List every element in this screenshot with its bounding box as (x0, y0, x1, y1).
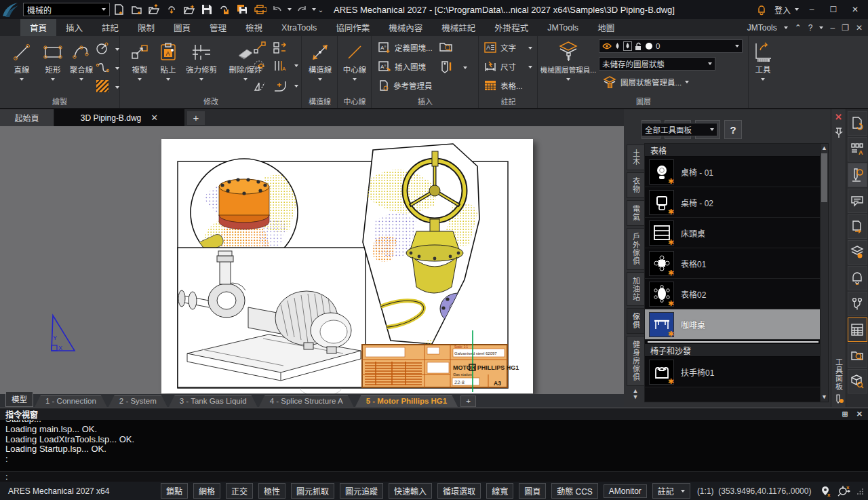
layer-combo[interactable]: 0 (599, 39, 743, 53)
save-button[interactable] (198, 1, 216, 18)
new-file-button[interactable] (110, 1, 127, 18)
print-button[interactable] (251, 1, 269, 18)
insert-block-button[interactable]: A° 插入圖塊 (378, 59, 426, 74)
line-tool-button[interactable]: 直線 (7, 39, 37, 82)
scrollbar-thumb[interactable] (821, 153, 827, 202)
tab-active-document[interactable]: 3D Piping-B.dwg ✕ (54, 109, 184, 126)
ribbon-tab-xtratools[interactable]: XtraTools (272, 19, 326, 36)
define-block-button[interactable]: A° 定義圖塊... (378, 40, 433, 55)
sign-in-button[interactable]: 登入 (774, 4, 791, 16)
toggle-lineweight[interactable]: 線寬 (486, 483, 513, 499)
palette-pin-icon[interactable] (834, 126, 844, 138)
category-tab-civil[interactable]: 土木 (627, 145, 644, 170)
comments-panel-button[interactable] (848, 189, 867, 213)
toggle-grid[interactable]: 網格 (193, 483, 220, 499)
ribbon-tab-mech-content[interactable]: 機械內容 (379, 19, 432, 36)
toggle-snap[interactable]: 鎖點 (161, 483, 188, 499)
text-button[interactable]: A 文字 (484, 40, 516, 55)
palette-item-bedside-table[interactable]: ✱ 床頭桌 (645, 218, 821, 248)
attribute-tag-button[interactable] (437, 58, 455, 75)
structure-panel-button[interactable] (848, 292, 867, 316)
block-search-button[interactable] (848, 369, 867, 393)
command-window-dock-icon[interactable]: ⊞ (842, 410, 848, 419)
ribbon-tab-view[interactable]: 檢視 (236, 19, 272, 36)
ribbon-tab-home[interactable]: 首頁 (20, 19, 56, 36)
command-history[interactable]: Startup... Loading main.lsp... OK. Loadi… (0, 420, 868, 464)
palette-item-coffee-table-selected[interactable]: ✱ 咖啡桌 (645, 309, 821, 340)
document-close-icon[interactable]: ✕ (151, 113, 158, 123)
toggle-esnap[interactable]: 圖元抓取 (291, 483, 334, 499)
ribbon-tab-map[interactable]: 地圖 (588, 19, 624, 36)
ribbon-tab-mech-annotate[interactable]: 機械註記 (432, 19, 485, 36)
new-document-tab-button[interactable]: + (187, 111, 205, 125)
collapse-ribbon-button[interactable]: ⌃ (795, 23, 802, 33)
text-caret[interactable] (521, 40, 539, 56)
tools-button[interactable]: 工具 (749, 39, 776, 82)
toggle-cycling[interactable]: 循環選取 (437, 483, 481, 499)
tool-palette-panel-button[interactable] (848, 318, 867, 342)
command-input[interactable]: : (0, 471, 868, 482)
stretch-button[interactable] (251, 39, 269, 56)
jmtools-menu[interactable]: JMTools (747, 23, 777, 33)
toggle-sheet[interactable]: 圖頁 (519, 483, 546, 499)
save-as-button[interactable] (233, 1, 251, 18)
construction-line-button[interactable]: 構造線 (305, 39, 335, 82)
palette-item-table-02[interactable]: ✱ 表格02 (645, 279, 821, 309)
tab-sheet-4[interactable]: 4 - Splice Structure A (259, 395, 354, 407)
tab-model[interactable]: 模型 (5, 391, 33, 407)
redo-button[interactable] (293, 1, 311, 18)
category-scroll-arrows[interactable]: ▲▼ (627, 388, 644, 400)
toggle-etrack[interactable]: 圖元追蹤 (340, 483, 383, 499)
sign-in-caret[interactable] (795, 8, 799, 11)
ribbon-tab-collaborate[interactable]: 協同作業 (326, 19, 379, 36)
rectangle-tool-button[interactable]: 矩形 (38, 39, 68, 82)
open-sheet-set-button[interactable] (180, 1, 198, 18)
new-layout-button[interactable]: + (460, 396, 476, 407)
resize-grip[interactable] (857, 488, 864, 495)
content-browser-button[interactable] (848, 343, 867, 368)
power-trim-button[interactable]: 強力修剪 (180, 39, 222, 82)
maximize-button[interactable]: ☐ (825, 2, 842, 17)
category-tab-clothing[interactable]: 衣物 (627, 172, 644, 198)
sheet-references-button[interactable] (848, 214, 867, 239)
palette-item-armchair-01[interactable]: ✱ 扶手椅01 (645, 357, 821, 387)
layers-panel-button[interactable] (848, 240, 867, 265)
toggle-dynamic-ccs[interactable]: 動態 CCS (551, 483, 598, 499)
ribbon-tab-insert[interactable]: 插入 (56, 19, 92, 36)
layer-state-combo[interactable]: 未儲存的圖層狀態 (599, 57, 715, 71)
doc-close-button[interactable]: ✕ (856, 23, 863, 33)
palette-selector[interactable]: 全部工具面板 (642, 123, 717, 136)
dimension-caret[interactable] (521, 59, 539, 75)
close-button[interactable]: ✕ (846, 2, 864, 17)
minimize-button[interactable]: – (803, 2, 821, 17)
properties-panel-button[interactable] (848, 163, 867, 187)
palette-item-table-chair-02[interactable]: ✱ 桌椅 - 02 (645, 187, 821, 218)
scroll-down-icon[interactable]: ▼ (821, 393, 828, 402)
ribbon-tab-annotate[interactable]: 註記 (92, 19, 128, 36)
category-tab-outdoor-furniture[interactable]: 戶外傢俱 (627, 228, 644, 270)
palette-item-table-chair-01[interactable]: ✱ 桌椅 - 01 (645, 157, 821, 187)
doc-restore-button[interactable]: ❐ (842, 23, 849, 33)
cloud-save-button[interactable] (216, 1, 233, 18)
pattern-button[interactable] (271, 39, 289, 56)
paste-button[interactable]: A 貼上 (153, 39, 183, 82)
ribbon-tab-sheet[interactable]: 圖頁 (164, 19, 200, 36)
ribbon-tab-jmtools[interactable]: JMTools (538, 19, 588, 36)
attributes-panel-button[interactable]: A (848, 137, 867, 161)
dimension-button[interactable]: 尺寸 (484, 59, 516, 74)
toggle-polar[interactable]: 極性 (258, 483, 285, 499)
palette-scrollbar[interactable]: ▲ ▼ (820, 143, 829, 402)
drawing-canvas[interactable]: Scale: 1:1 Galvanised steel 62097 MOTOR … (0, 126, 624, 394)
tab-sheet-5-active[interactable]: 5 - Motor Phillips HG1 (355, 395, 458, 407)
workspace-selector[interactable]: 機械的 (23, 3, 110, 16)
file-update-button[interactable] (848, 111, 867, 136)
layer-combo-caret[interactable] (735, 45, 739, 47)
palette-item-table-01[interactable]: ✱ 表格01 (645, 248, 821, 279)
reference-manager-button[interactable]: 參考管理員 (378, 78, 433, 93)
notification-bell-icon[interactable] (753, 1, 770, 18)
ccs-icon[interactable]: x (837, 484, 852, 498)
toggle-quick-input[interactable]: 快速輸入 (389, 483, 432, 499)
scroll-up-icon[interactable]: ▲ (821, 144, 828, 153)
notifications-panel-button[interactable] (848, 266, 867, 290)
customize-toolbar-caret[interactable]: ⌄ (317, 6, 324, 14)
